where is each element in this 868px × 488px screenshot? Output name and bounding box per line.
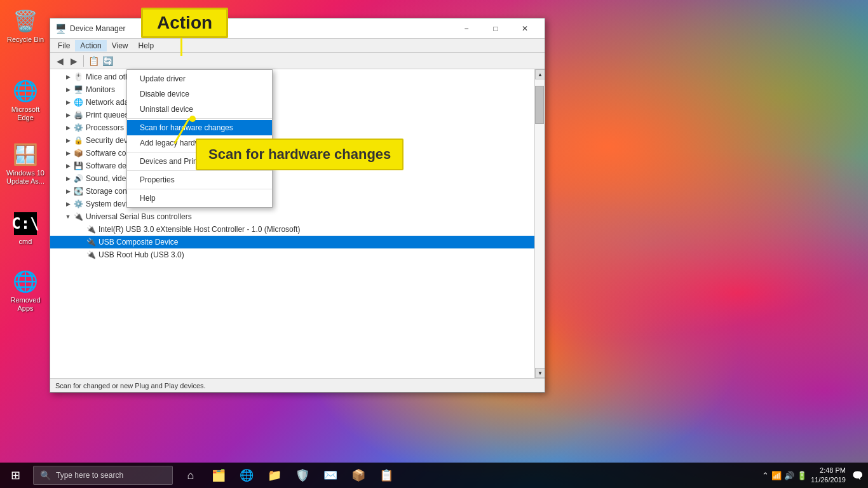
close-button[interactable]: ✕: [510, 18, 539, 39]
edge-icon: 🌐: [13, 79, 38, 103]
desktop-icon-recycle-bin[interactable]: 🗑️ Recycle Bin: [3, 6, 48, 46]
recycle-bin-icon: 🗑️: [13, 9, 38, 33]
menu-file[interactable]: File: [53, 40, 75, 51]
statusbar-text: Scan for changed or new Plug and Play de…: [55, 382, 438, 390]
action-dropdown-menu: Update driver Disable device Uninstall d…: [126, 69, 273, 208]
tree-item-print[interactable]: ▶ 🖨️ Print queues: [50, 109, 534, 121]
taskbar-edge-icon[interactable]: 🌐: [234, 463, 259, 488]
tree-item-intel-usb[interactable]: 🔌 Intel(R) USB 3.0 eXtensible Host Contr…: [50, 223, 534, 236]
menu-disable-device[interactable]: Disable device: [127, 86, 272, 102]
menu-uninstall-device[interactable]: Uninstall device: [127, 102, 272, 117]
volume-icon[interactable]: 🔊: [784, 471, 794, 480]
tree-item-mice[interactable]: ▶ 🖱️ Mice and other pointing devices: [50, 71, 534, 83]
cmd-icon: C:\: [14, 212, 37, 235]
menu-add-legacy[interactable]: Add legacy hardware: [127, 135, 272, 151]
tree-item-usb-root-hub[interactable]: 🔌 USB Root Hub (USB 3.0): [50, 248, 534, 261]
scroll-down-button[interactable]: ▼: [535, 368, 545, 378]
tree-arrow-usb-root-hub: [76, 250, 86, 260]
scroll-up-button[interactable]: ▲: [535, 69, 545, 79]
window-titlebar: 🖥️ Device Manager − □ ✕: [50, 18, 545, 39]
window-content: ▶ 🖱️ Mice and other pointing devices ▶ 🖥…: [50, 69, 545, 378]
tree-item-security[interactable]: ▶ 🔒 Security devices: [50, 134, 534, 147]
system-icons: ⌃ 📶 🔊 🔋: [762, 471, 807, 480]
toolbar-forward-button[interactable]: ▶: [67, 54, 81, 68]
window-title-text: Device Manager: [70, 24, 452, 33]
desktop-icon-windows-update[interactable]: 🪟 Windows 10 Update As...: [3, 140, 48, 188]
desktop-icon-edge[interactable]: 🌐 Microsoft Edge: [3, 76, 48, 125]
taskbar-clock[interactable]: 2:48 PM 11/26/2019: [811, 466, 848, 485]
tree-item-usb-composite[interactable]: 🔌 USB Composite Device: [50, 236, 534, 248]
tree-item-usb-controllers[interactable]: ▼ 🔌 Universal Serial Bus controllers: [50, 210, 534, 223]
start-button[interactable]: ⊞: [0, 463, 31, 488]
scroll-track[interactable]: [535, 79, 545, 368]
scroll-thumb[interactable]: [535, 86, 544, 124]
chevron-up-icon[interactable]: ⌃: [762, 471, 769, 480]
menu-devices-printers[interactable]: Devices and Printers: [127, 154, 272, 169]
menu-scan-hardware[interactable]: Scan for hardware changes: [127, 120, 272, 135]
toolbar-back-button[interactable]: ◀: [53, 54, 67, 68]
tree-item-software-components[interactable]: ▶ 📦 Software components: [50, 147, 534, 159]
tree-item-network[interactable]: ▶ 🌐 Network adapters: [50, 96, 534, 109]
device-manager-window: 🖥️ Device Manager − □ ✕ File Action View…: [50, 18, 545, 393]
maximize-button[interactable]: □: [481, 18, 510, 39]
window-controls: − □ ✕: [452, 18, 539, 39]
tree-icon-monitors: 🖥️: [73, 85, 83, 95]
tree-arrow-usb-controllers: ▼: [63, 212, 73, 222]
tree-arrow-network: ▶: [63, 97, 73, 107]
taskbar-cortana-icon[interactable]: ⌂: [178, 463, 203, 488]
menu-update-driver[interactable]: Update driver: [127, 71, 272, 86]
menu-view[interactable]: View: [107, 40, 133, 51]
tree-label-usb-composite: USB Composite Device: [98, 238, 178, 247]
tree-arrow-system: ▶: [63, 199, 73, 209]
toolbar-properties-button[interactable]: 📋: [86, 54, 100, 68]
taskbar-search-box[interactable]: 🔍 Type here to search: [33, 466, 173, 485]
notification-icon[interactable]: 🗨️: [852, 470, 863, 480]
windows-update-icon: 🪟: [13, 142, 38, 166]
tree-arrow-security: ▶: [63, 135, 73, 146]
tree-item-storage[interactable]: ▶ 💽 Storage controllers: [50, 185, 534, 198]
tree-arrow-storage: ▶: [63, 186, 73, 196]
tree-arrow-usb-composite: [76, 237, 86, 247]
tree-icon-software-devices: 💾: [73, 161, 83, 171]
tree-item-processors[interactable]: ▶ ⚙️ Processors: [50, 121, 534, 134]
tree-icon-processors: ⚙️: [73, 123, 83, 133]
window-title-icon: 🖥️: [55, 24, 66, 34]
tree-item-software-devices[interactable]: ▶ 💾 Software devices: [50, 159, 534, 172]
tree-icon-software-components: 📦: [73, 148, 83, 158]
taskbar-mail-icon[interactable]: ✉️: [318, 463, 343, 488]
tree-item-monitors[interactable]: ▶ 🖥️ Monitors: [50, 83, 534, 96]
windows-update-label: Windows 10 Update As...: [5, 169, 46, 186]
menu-help[interactable]: Help: [133, 40, 159, 51]
tree-icon-network: 🌐: [73, 97, 83, 107]
tree-icon-sound: 🔊: [73, 173, 83, 184]
menu-help[interactable]: Help: [127, 191, 272, 206]
taskbar-explorer-icon[interactable]: 📁: [262, 463, 287, 488]
menu-properties[interactable]: Properties: [127, 172, 272, 187]
tree-arrow-monitors: ▶: [63, 85, 73, 95]
tree-arrow-intel-usb: [76, 224, 86, 234]
desktop-icon-cmd[interactable]: C:\ cmd: [3, 210, 48, 248]
menu-action[interactable]: Action: [75, 40, 106, 51]
battery-icon: 🔋: [797, 471, 807, 480]
tree-item-system[interactable]: ▶ ⚙️ System devices: [50, 198, 534, 210]
toolbar-scan-button[interactable]: 🔄: [100, 54, 114, 68]
taskbar-time: 2:48 PM: [811, 466, 846, 475]
vertical-scrollbar[interactable]: ▲ ▼: [534, 69, 545, 378]
device-tree[interactable]: ▶ 🖱️ Mice and other pointing devices ▶ 🖥…: [50, 69, 534, 378]
taskbar-search-placeholder: Type here to search: [56, 471, 123, 480]
minimize-button[interactable]: −: [452, 18, 481, 39]
tree-label-monitors: Monitors: [86, 85, 115, 94]
tree-label-usb-controllers: Universal Serial Bus controllers: [86, 212, 192, 221]
tree-item-sound[interactable]: ▶ 🔊 Sound, video and game controllers: [50, 172, 534, 185]
tree-icon-intel-usb: 🔌: [86, 224, 96, 234]
window-statusbar: Scan for changed or new Plug and Play de…: [50, 378, 545, 392]
taskbar-shield-icon[interactable]: 🛡️: [290, 463, 315, 488]
taskbar-silverlight-icon[interactable]: 📋: [374, 463, 399, 488]
menu-separator-4: [127, 189, 272, 189]
taskbar-multitask-icon[interactable]: 🗂️: [206, 463, 231, 488]
taskbar-amazon-icon[interactable]: 📦: [346, 463, 371, 488]
taskbar-system-tray: ⌃ 📶 🔊 🔋 2:48 PM 11/26/2019 🗨️: [762, 466, 868, 485]
menu-separator-2: [127, 152, 272, 152]
desktop-icon-removed-apps[interactable]: 🌐 Removed Apps: [3, 267, 48, 315]
tree-label-usb-root-hub: USB Root Hub (USB 3.0): [98, 250, 184, 259]
